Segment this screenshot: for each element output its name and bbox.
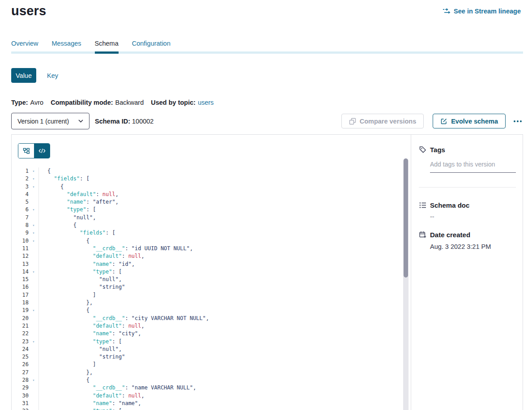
compatibility-label: Compatibility mode: xyxy=(51,99,113,106)
tab-messages[interactable]: Messages xyxy=(51,40,81,51)
code-line-13: 13 "name": "id", xyxy=(12,261,411,268)
fold-arrow-icon[interactable]: ▾ xyxy=(29,222,39,229)
version-select-value: Version 1 (current) xyxy=(17,118,69,125)
line-number: 22 xyxy=(12,330,29,337)
topic-link[interactable]: users xyxy=(198,99,213,106)
compare-versions-button[interactable]: Compare versions xyxy=(341,114,424,128)
compatibility-value: Backward xyxy=(115,99,144,106)
fold-arrow-icon[interactable]: ▾ xyxy=(29,376,39,384)
code-line-27: 27 }, xyxy=(12,369,411,376)
tab-configuration[interactable]: Configuration xyxy=(132,40,170,51)
tab-overview[interactable]: Overview xyxy=(11,40,38,51)
code-line-15: 15 "null", xyxy=(12,276,411,283)
schema-sidebar: Tags Schema doc -- xyxy=(411,135,523,410)
fold-gutter xyxy=(29,214,39,222)
version-bar: Version 1 (current) Schema ID: 100002 Co… xyxy=(11,113,523,129)
topic-tabs: Overview Messages Schema Configuration xyxy=(11,40,523,54)
stream-lineage-icon xyxy=(443,7,451,15)
fold-arrow-icon[interactable]: ▾ xyxy=(29,307,39,314)
line-number: 30 xyxy=(12,392,29,400)
fold-arrow-icon[interactable]: ▾ xyxy=(29,237,39,245)
line-number: 17 xyxy=(12,291,29,299)
tree-view-button[interactable] xyxy=(18,144,34,158)
schema-editor: 1▾{2▾ "fields": [3▾ {4 "default": null,5… xyxy=(12,135,411,410)
code-line-28: 28▾ { xyxy=(12,376,411,384)
fold-gutter xyxy=(29,198,39,206)
fold-gutter xyxy=(29,369,39,376)
tab-schema[interactable]: Schema xyxy=(95,40,119,51)
fold-gutter xyxy=(29,400,39,407)
fold-arrow-icon[interactable]: ▾ xyxy=(29,167,39,175)
line-number: 2 xyxy=(12,175,29,183)
fold-gutter xyxy=(29,322,39,330)
sidebar-divider xyxy=(419,187,516,188)
schema-doc-section-header: Schema doc xyxy=(419,201,516,209)
fold-arrow-icon[interactable]: ▾ xyxy=(29,407,39,410)
fold-arrow-icon[interactable]: ▾ xyxy=(29,206,39,214)
code-line-22: 22 "name": "city", xyxy=(12,330,411,337)
chevron-down-icon xyxy=(78,120,83,123)
code-line-5: 5 "name": "after", xyxy=(12,198,411,206)
fold-gutter xyxy=(29,353,39,361)
fold-gutter xyxy=(29,361,39,368)
line-number: 1 xyxy=(12,167,29,175)
schema-id-value: 100002 xyxy=(132,118,153,125)
line-number: 8 xyxy=(12,222,29,229)
code-line-3: 3▾ { xyxy=(12,183,411,191)
schema-panel: 1▾{2▾ "fields": [3▾ {4 "default": null,5… xyxy=(11,134,523,410)
fold-arrow-icon[interactable]: ▾ xyxy=(29,175,39,183)
line-number: 11 xyxy=(12,245,29,252)
fold-gutter xyxy=(29,252,39,260)
fold-gutter xyxy=(29,330,39,337)
fold-gutter xyxy=(29,245,39,252)
line-number: 9 xyxy=(12,229,29,237)
code-line-18: 18 }, xyxy=(12,299,411,307)
code-view-button[interactable] xyxy=(34,144,50,158)
type-label: Type: xyxy=(11,99,28,106)
add-tags-input[interactable] xyxy=(430,161,516,173)
tag-icon xyxy=(419,146,427,154)
line-number: 24 xyxy=(12,346,29,353)
fold-arrow-icon[interactable]: ▾ xyxy=(29,338,39,346)
schema-id: Schema ID: 100002 xyxy=(95,118,153,125)
fold-gutter xyxy=(29,392,39,400)
line-number: 13 xyxy=(12,261,29,268)
stream-lineage-link[interactable]: See in Stream lineage xyxy=(443,7,521,15)
tags-title: Tags xyxy=(430,146,445,154)
key-tab-button[interactable]: Key xyxy=(47,72,58,79)
fold-gutter xyxy=(29,291,39,299)
line-number: 21 xyxy=(12,322,29,330)
fold-gutter xyxy=(29,315,39,322)
code-line-6: 6▾ "type": [ xyxy=(12,206,411,214)
schema-id-label: Schema ID: xyxy=(95,118,130,125)
edit-pencil-icon xyxy=(440,118,447,125)
schema-doc-value: -- xyxy=(430,213,516,220)
subject-toggle: Value Key xyxy=(11,68,58,83)
code-line-8: 8▾ { xyxy=(12,222,411,229)
more-options-button[interactable] xyxy=(512,118,523,125)
line-number: 3 xyxy=(12,183,29,191)
line-number: 31 xyxy=(12,400,29,407)
value-tab-button[interactable]: Value xyxy=(11,68,36,83)
calendar-add-icon xyxy=(419,231,427,239)
fold-arrow-icon[interactable]: ▾ xyxy=(29,183,39,191)
version-select[interactable]: Version 1 (current) xyxy=(11,113,89,129)
stream-lineage-label: See in Stream lineage xyxy=(454,8,521,15)
schema-code: 1▾{2▾ "fields": [3▾ {4 "default": null,5… xyxy=(12,167,411,410)
compare-versions-label: Compare versions xyxy=(360,118,417,125)
line-number: 19 xyxy=(12,307,29,314)
page-title: users xyxy=(11,4,46,18)
line-number: 23 xyxy=(12,338,29,346)
editor-scrollbar-thumb[interactable] xyxy=(404,158,408,278)
page-header: users See in Stream lineage xyxy=(11,4,521,18)
code-line-24: 24 "null", xyxy=(12,346,411,353)
code-line-32: 32▾ "type": [ xyxy=(12,407,411,410)
date-created-section-header: Date created xyxy=(419,231,516,239)
line-number: 12 xyxy=(12,252,29,260)
fold-arrow-icon[interactable]: ▾ xyxy=(29,229,39,237)
line-number: 26 xyxy=(12,361,29,368)
line-number: 14 xyxy=(12,268,29,276)
fold-arrow-icon[interactable]: ▾ xyxy=(29,268,39,276)
editor-scrollbar[interactable] xyxy=(403,158,409,410)
evolve-schema-button[interactable]: Evolve schema xyxy=(433,114,506,128)
